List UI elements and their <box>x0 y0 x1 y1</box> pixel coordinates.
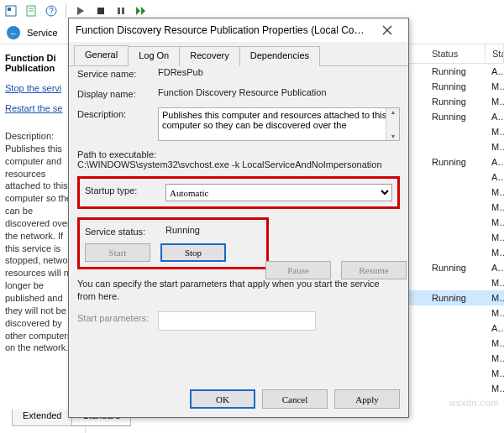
dialog-title: Function Discovery Resource Publication … <box>76 24 372 36</box>
service-properties-dialog: Function Discovery Resource Publication … <box>68 18 409 418</box>
value-display-name: Function Discovery Resource Publication <box>158 87 400 97</box>
value-service-status: Running <box>165 225 261 235</box>
value-service-name: FDResPub <box>158 67 400 77</box>
cell-status: Running <box>425 263 485 273</box>
cell-status: Running <box>425 293 485 303</box>
cell-status: Running <box>425 66 485 76</box>
svg-rect-8 <box>97 8 104 14</box>
stop-icon[interactable] <box>93 3 108 18</box>
svg-rect-10 <box>122 8 124 14</box>
start-parameters-input <box>158 311 316 331</box>
toolbar-separator <box>66 3 66 18</box>
description-box[interactable]: Publishes this computer and resources at… <box>158 107 400 141</box>
tab-dependencies[interactable]: Dependencies <box>239 46 320 66</box>
cell-startup: Manual (T <box>485 187 504 197</box>
cell-startup: Automatic <box>485 66 504 76</box>
value-path: C:\WINDOWS\system32\svchost.exe -k Local… <box>77 159 400 170</box>
cell-status: Running <box>425 157 485 167</box>
label-service-name: Service name: <box>77 67 158 79</box>
cell-startup: Manual (T <box>485 383 504 394</box>
label-description: Description: <box>77 107 158 119</box>
start-button: Start <box>85 243 150 262</box>
description-scrollbar[interactable]: ▴▾ <box>386 108 399 140</box>
label-service-status: Service status: <box>85 225 165 237</box>
cell-startup: Automatic <box>485 157 504 167</box>
startup-type-select[interactable]: Automatic <box>165 184 392 201</box>
cancel-button[interactable]: Cancel <box>262 389 328 409</box>
cell-startup: Automatic <box>485 323 504 333</box>
tab-general[interactable]: General <box>74 45 129 65</box>
cell-startup: Manual <box>485 338 504 348</box>
tab-recovery[interactable]: Recovery <box>179 46 239 66</box>
cell-startup: Manual <box>485 278 504 288</box>
svg-marker-11 <box>136 7 140 15</box>
cell-startup: Manual <box>485 217 504 227</box>
general-panel: Service name: FDResPub Display name: Fun… <box>77 67 400 380</box>
cell-startup: Manual <box>485 202 504 212</box>
play-icon[interactable] <box>73 3 88 18</box>
value-description: Publishes this computer and resources at… <box>162 110 386 130</box>
cell-startup: Manual <box>485 368 504 378</box>
label-start-parameters: Start parameters: <box>77 311 158 323</box>
ok-button[interactable]: OK <box>190 389 255 409</box>
cell-startup: Automatic <box>485 263 504 273</box>
cell-startup: Manual (T <box>485 308 504 318</box>
cell-startup: Manual (T <box>485 353 504 363</box>
pause-button: Pause <box>265 261 331 279</box>
close-icon[interactable] <box>372 20 402 40</box>
restart-icon[interactable] <box>134 3 149 18</box>
cell-status: Running <box>425 112 485 122</box>
cell-status: Running <box>425 97 485 107</box>
services-header-label: Service <box>27 28 58 38</box>
tab-logon[interactable]: Log On <box>128 46 180 66</box>
label-display-name: Display name: <box>77 87 158 99</box>
highlight-service-status: Service status: Running Start Stop <box>77 217 269 269</box>
cell-startup: Manual <box>485 127 504 137</box>
resume-button: Resume <box>341 261 407 279</box>
cell-startup: Automatic <box>485 112 504 122</box>
col-header-status[interactable]: Status <box>425 44 486 63</box>
apply-button[interactable]: Apply <box>334 389 400 409</box>
label-startup-type: Startup type: <box>85 184 165 196</box>
pause-icon[interactable] <box>113 3 129 18</box>
svg-rect-1 <box>8 8 11 11</box>
cell-startup: Manual (T <box>485 248 504 258</box>
cell-status: Running <box>425 81 485 91</box>
cell-startup: Manual <box>485 293 504 303</box>
svg-text:?: ? <box>49 7 54 16</box>
cell-startup: Manual (T <box>485 232 504 243</box>
stop-button[interactable]: Stop <box>160 243 226 262</box>
label-path: Path to executable: <box>77 149 400 159</box>
col-header-startup[interactable]: Startup Ty <box>486 44 504 63</box>
svg-rect-9 <box>118 8 120 14</box>
dialog-titlebar[interactable]: Function Discovery Resource Publication … <box>69 18 408 42</box>
svg-marker-7 <box>77 7 84 15</box>
cell-startup: Automatic <box>485 172 504 182</box>
cell-startup: Manual (T <box>485 142 504 152</box>
cell-startup: Manual <box>485 81 504 91</box>
cell-startup: Manual <box>485 97 504 107</box>
highlight-startup-type: Startup type: Automatic <box>77 176 400 209</box>
tab-extended[interactable]: Extended <box>12 410 72 426</box>
console-tree-icon[interactable] <box>3 3 18 18</box>
properties-icon[interactable] <box>24 3 39 18</box>
svg-marker-12 <box>141 7 145 15</box>
help-icon[interactable]: ? <box>44 3 59 18</box>
back-icon[interactable]: ← <box>7 26 20 39</box>
start-parameters-note: You can specify the start parameters tha… <box>77 278 400 303</box>
